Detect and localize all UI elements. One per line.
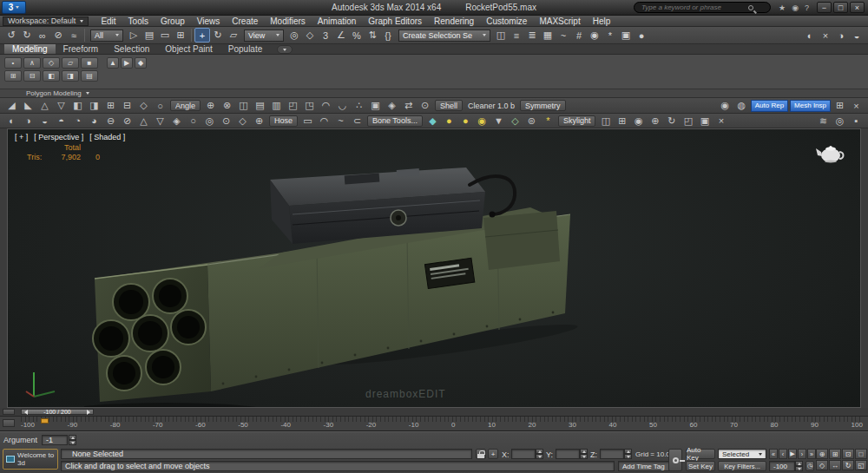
object-tool-icon[interactable]: ◠: [316, 115, 332, 128]
select-scale-icon[interactable]: ▱: [226, 28, 241, 43]
viewport-menu-shading[interactable]: [ Shaded ]: [89, 133, 125, 141]
play-button[interactable]: ▶: [788, 449, 797, 459]
ribbon-tool-icon[interactable]: ▣: [367, 99, 384, 112]
infocenter-search[interactable]: [634, 2, 771, 13]
argument-spinner[interactable]: [69, 435, 76, 445]
select-link-icon[interactable]: ∞: [35, 28, 50, 43]
mirror-icon[interactable]: ◫: [493, 28, 509, 43]
modeling-panel-icon[interactable]: ◨: [62, 70, 79, 82]
snap-toggle-icon[interactable]: 3: [318, 28, 333, 43]
field-of-view-icon[interactable]: ◇: [816, 460, 828, 470]
object-tool-icon[interactable]: ◫: [597, 115, 614, 128]
set-key-button[interactable]: Set Key: [686, 461, 715, 471]
menu-item[interactable]: Tools: [122, 16, 155, 27]
object-tool-icon[interactable]: ×: [713, 115, 729, 128]
ribbon-tool-icon[interactable]: ◳: [301, 99, 318, 112]
select-manipulate-icon[interactable]: ◇: [302, 28, 318, 43]
ribbon-tool-icon[interactable]: ○: [152, 99, 168, 112]
tab-populate[interactable]: Populate: [220, 44, 270, 54]
bind-to-spacewarp-icon[interactable]: ≈: [66, 28, 82, 43]
object-tool-icon[interactable]: ◔: [69, 115, 86, 128]
object-tool-icon[interactable]: ~: [332, 115, 349, 128]
render-production-icon[interactable]: ●: [634, 28, 649, 43]
object-tool-icon[interactable]: ◕: [86, 115, 102, 128]
current-frame-field[interactable]: -100: [769, 461, 795, 471]
material-editor-icon[interactable]: ◉: [587, 28, 602, 43]
ribbon-tool-icon[interactable]: ◰: [285, 99, 301, 112]
curve-editor-icon[interactable]: ~: [556, 28, 571, 43]
selection-filter-dropdown[interactable]: All: [90, 30, 123, 42]
object-tool-icon[interactable]: ⊖: [102, 115, 119, 128]
ribbon-tool-icon[interactable]: ⇄: [400, 99, 417, 112]
polygon-modeling-label[interactable]: Polygon Modeling: [26, 89, 82, 97]
redo-icon[interactable]: ↻: [19, 28, 35, 43]
ribbon-tool-icon[interactable]: ◠: [318, 99, 334, 112]
object-tool-icon[interactable]: ⊂: [349, 115, 365, 128]
unlink-selection-icon[interactable]: ⊘: [50, 28, 66, 43]
light-tool-icon[interactable]: *: [540, 115, 556, 128]
light-tool-icon[interactable]: ◉: [474, 115, 490, 128]
z-field[interactable]: [600, 449, 624, 459]
select-rotate-icon[interactable]: ↻: [210, 28, 226, 43]
modeling-panel-icon[interactable]: ◧: [43, 70, 60, 82]
orbit-icon[interactable]: ↻: [842, 460, 854, 470]
auto-rep-button[interactable]: Auto Rep: [751, 100, 788, 112]
undo-icon[interactable]: ↺: [3, 28, 19, 43]
perspective-viewport[interactable]: [ + ] [ Perspective ] [ Shaded ] Total T…: [7, 128, 861, 408]
angle-snap-icon[interactable]: ∠: [333, 28, 349, 43]
key-filters-button[interactable]: Key Filters...: [718, 461, 766, 471]
modeling-panel-icon[interactable]: ▤: [81, 70, 98, 82]
object-tool-icon[interactable]: ⊞: [614, 115, 630, 128]
named-sets-icon[interactable]: {}: [380, 28, 396, 43]
time-slider-handle[interactable]: -100 / 200: [21, 409, 94, 415]
ribbon-tool-icon[interactable]: ▽: [53, 99, 69, 112]
object-tool-icon[interactable]: ≋: [815, 115, 832, 128]
light-tool-icon[interactable]: ⊚: [523, 115, 540, 128]
ribbon-tool-icon[interactable]: ◉: [717, 99, 733, 112]
object-tool-icon[interactable]: △: [135, 115, 152, 128]
go-to-start-button[interactable]: «: [769, 449, 778, 459]
ribbon-tool-icon[interactable]: ⊗: [219, 99, 235, 112]
subobject-icon[interactable]: ∧: [23, 57, 41, 69]
time-slider-track[interactable]: -100 / 200: [0, 408, 868, 417]
set-keys-button[interactable]: [668, 449, 682, 471]
auto-key-button[interactable]: Auto Key: [686, 449, 715, 459]
previous-frame-button[interactable]: ‹: [779, 449, 787, 459]
menu-item[interactable]: Edit: [95, 16, 122, 27]
object-tool-icon[interactable]: ◐: [3, 115, 20, 128]
light-tool-icon[interactable]: ●: [457, 115, 474, 128]
menu-item[interactable]: Create: [226, 16, 264, 27]
pan-icon[interactable]: ↔: [829, 460, 841, 470]
search-icon[interactable]: [748, 5, 753, 10]
angle-button[interactable]: Angle: [170, 100, 201, 111]
menu-item[interactable]: Views: [191, 16, 227, 27]
key-selection-dropdown[interactable]: Selected: [718, 449, 766, 459]
object-tool-icon[interactable]: ▣: [696, 115, 713, 128]
select-object-icon[interactable]: ▷: [126, 28, 141, 43]
menu-item[interactable]: Group: [155, 16, 191, 27]
light-tool-icon[interactable]: ◆: [424, 115, 441, 128]
subobject-icon[interactable]: ◇: [43, 57, 60, 69]
minimize-button[interactable]: −: [817, 2, 832, 13]
object-tool-icon[interactable]: ○: [185, 115, 201, 128]
close-button[interactable]: ×: [850, 2, 865, 13]
track-bar[interactable]: -100-90-80-70-60-50-40-30-20-10010203040…: [0, 417, 868, 431]
selection-region-icon[interactable]: ▭: [157, 28, 173, 43]
zoom-icon[interactable]: ⊕: [816, 449, 828, 459]
community-icon[interactable]: ★: [779, 3, 786, 12]
slider-next-icon[interactable]: [87, 410, 90, 415]
select-by-name-icon[interactable]: ▤: [141, 28, 157, 43]
ribbon-tool-icon[interactable]: ▥: [268, 99, 285, 112]
modeling-panel-icon[interactable]: ▶: [121, 57, 133, 69]
next-frame-button[interactable]: ›: [798, 449, 806, 459]
rendered-frame-icon[interactable]: ▣: [618, 28, 634, 43]
ribbon-tool-icon[interactable]: ⊞: [102, 99, 119, 112]
light-tool-icon[interactable]: ◇: [507, 115, 523, 128]
mini-curve-editor-button[interactable]: [3, 419, 15, 427]
shell-button[interactable]: Shell: [435, 100, 463, 111]
maximize-viewport-icon[interactable]: ◱: [855, 460, 867, 470]
time-configuration-button[interactable]: ◷: [806, 461, 814, 471]
timeline-left-button[interactable]: [3, 409, 15, 415]
mesh-insp-button[interactable]: Mesh Insp: [790, 100, 831, 112]
tab-modeling[interactable]: Modeling: [4, 44, 56, 54]
